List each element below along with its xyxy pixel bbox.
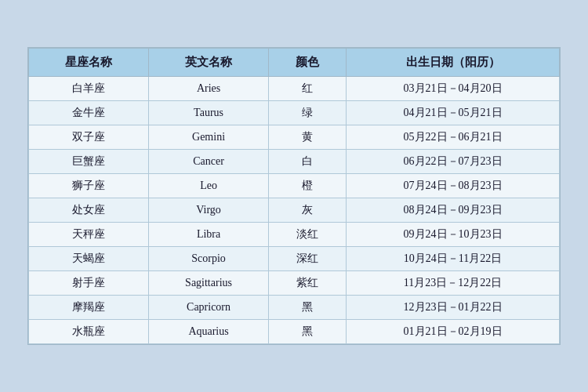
cell-r7-c0: 天蝎座 — [29, 247, 149, 271]
cell-r2-c3: 05月22日－06月21日 — [347, 125, 560, 150]
cell-r2-c0: 双子座 — [29, 125, 149, 150]
cell-r10-c3: 01月21日－02月19日 — [347, 320, 560, 344]
cell-r4-c2: 橙 — [269, 174, 347, 198]
cell-r1-c3: 04月21日－05月21日 — [347, 101, 560, 125]
cell-r0-c2: 红 — [269, 77, 347, 101]
cell-r3-c1: Cancer — [149, 150, 269, 174]
table-row: 金牛座Taurus绿04月21日－05月21日 — [29, 101, 560, 125]
zodiac-table: 星座名称英文名称颜色出生日期（阳历） 白羊座Aries红03月21日－04月20… — [28, 48, 560, 344]
cell-r6-c1: Libra — [149, 223, 269, 247]
cell-r7-c1: Scorpio — [149, 247, 269, 271]
cell-r10-c1: Aquarius — [149, 320, 269, 344]
cell-r6-c3: 09月24日－10月23日 — [347, 223, 560, 247]
header-col-1: 英文名称 — [149, 49, 269, 77]
cell-r10-c2: 黑 — [269, 320, 347, 344]
table-row: 巨蟹座Cancer白06月22日－07月23日 — [29, 150, 560, 174]
cell-r5-c0: 处女座 — [29, 198, 149, 223]
cell-r1-c2: 绿 — [269, 101, 347, 125]
cell-r9-c1: Capricorn — [149, 296, 269, 320]
cell-r6-c0: 天秤座 — [29, 223, 149, 247]
cell-r2-c2: 黄 — [269, 125, 347, 150]
cell-r4-c1: Leo — [149, 174, 269, 198]
zodiac-table-container: 星座名称英文名称颜色出生日期（阳历） 白羊座Aries红03月21日－04月20… — [27, 47, 561, 345]
cell-r3-c0: 巨蟹座 — [29, 150, 149, 174]
table-body: 白羊座Aries红03月21日－04月20日金牛座Taurus绿04月21日－0… — [29, 77, 560, 344]
cell-r9-c3: 12月23日－01月22日 — [347, 296, 560, 320]
table-row: 狮子座Leo橙07月24日－08月23日 — [29, 174, 560, 198]
cell-r5-c3: 08月24日－09月23日 — [347, 198, 560, 223]
cell-r1-c0: 金牛座 — [29, 101, 149, 125]
cell-r5-c2: 灰 — [269, 198, 347, 223]
header-col-2: 颜色 — [269, 49, 347, 77]
table-header-row: 星座名称英文名称颜色出生日期（阳历） — [29, 49, 560, 77]
cell-r7-c2: 深红 — [269, 247, 347, 271]
cell-r8-c1: Sagittarius — [149, 271, 269, 296]
cell-r7-c3: 10月24日－11月22日 — [347, 247, 560, 271]
cell-r1-c1: Taurus — [149, 101, 269, 125]
table-row: 射手座Sagittarius紫红11月23日－12月22日 — [29, 271, 560, 296]
header-col-3: 出生日期（阳历） — [347, 49, 560, 77]
cell-r6-c2: 淡红 — [269, 223, 347, 247]
cell-r4-c3: 07月24日－08月23日 — [347, 174, 560, 198]
cell-r4-c0: 狮子座 — [29, 174, 149, 198]
cell-r0-c1: Aries — [149, 77, 269, 101]
table-row: 白羊座Aries红03月21日－04月20日 — [29, 77, 560, 101]
table-row: 处女座Virgo灰08月24日－09月23日 — [29, 198, 560, 223]
cell-r8-c2: 紫红 — [269, 271, 347, 296]
cell-r5-c1: Virgo — [149, 198, 269, 223]
cell-r10-c0: 水瓶座 — [29, 320, 149, 344]
cell-r2-c1: Gemini — [149, 125, 269, 150]
table-row: 水瓶座Aquarius黑01月21日－02月19日 — [29, 320, 560, 344]
cell-r9-c0: 摩羯座 — [29, 296, 149, 320]
cell-r3-c3: 06月22日－07月23日 — [347, 150, 560, 174]
cell-r0-c0: 白羊座 — [29, 77, 149, 101]
cell-r3-c2: 白 — [269, 150, 347, 174]
cell-r8-c3: 11月23日－12月22日 — [347, 271, 560, 296]
table-row: 天秤座Libra淡红09月24日－10月23日 — [29, 223, 560, 247]
table-row: 天蝎座Scorpio深红10月24日－11月22日 — [29, 247, 560, 271]
cell-r9-c2: 黑 — [269, 296, 347, 320]
header-col-0: 星座名称 — [29, 49, 149, 77]
cell-r0-c3: 03月21日－04月20日 — [347, 77, 560, 101]
table-row: 摩羯座Capricorn黑12月23日－01月22日 — [29, 296, 560, 320]
cell-r8-c0: 射手座 — [29, 271, 149, 296]
table-row: 双子座Gemini黄05月22日－06月21日 — [29, 125, 560, 150]
